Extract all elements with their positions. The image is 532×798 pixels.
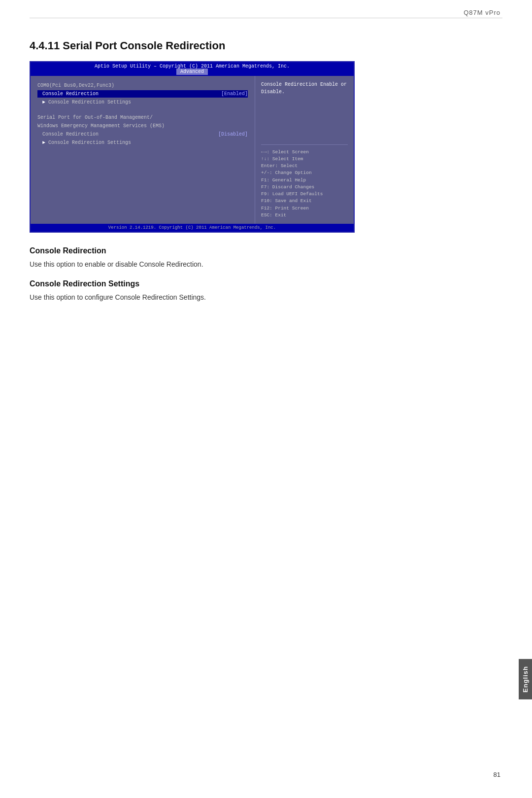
- bios-console-redirection-value: [Enabled]: [221, 90, 248, 98]
- bios-help-text: Console Redirection Enable orDisable.: [261, 81, 348, 96]
- section-heading: 4.4.11 Serial Port Console Redirection: [30, 39, 502, 52]
- bios-key-f9: F9: Load UEFI Defaults: [261, 191, 348, 198]
- bios-key-f10: F10: Save and Exit: [261, 198, 348, 205]
- bios-arrow-icon-1: ►: [42, 100, 48, 105]
- bios-console-redirection-ems-row: Console Redirection [Disabled]: [42, 131, 248, 138]
- brand-name: Q87M vPro: [464, 9, 500, 16]
- bios-key-select-item: ↑↓: Select Item: [261, 156, 348, 163]
- top-rule: [30, 18, 502, 18]
- console-redirection-settings-heading: Console Redirection Settings: [30, 279, 502, 288]
- console-redirection-description: Use this option to enable or disable Con…: [30, 259, 502, 270]
- bios-arrow-icon-2: ►: [42, 140, 48, 145]
- bios-com0-header: COM0(Pci Bus0,Dev22,Func3): [37, 82, 248, 89]
- bios-console-redirection-settings-item: ► Console Redirection Settings: [37, 99, 248, 106]
- bios-key-help: ←→: Select Screen ↑↓: Select Item Enter:…: [261, 144, 348, 219]
- bios-key-change: +/-: Change Option: [261, 170, 348, 176]
- bios-right-panel: Console Redirection Enable orDisable. ←→…: [255, 76, 354, 224]
- bios-title-bar: Aptio Setup Utility – Copyright (C) 2011…: [31, 62, 354, 76]
- bios-footer: Version 2.14.1219. Copyright (C) 2011 Am…: [31, 224, 354, 232]
- page-number: 81: [494, 771, 500, 778]
- bios-console-redirection-ems-label: Console Redirection: [42, 131, 99, 138]
- console-redirection-heading: Console Redirection: [30, 246, 502, 255]
- bios-key-f12: F12: Print Screen: [261, 205, 348, 212]
- bios-key-enter: Enter: Select: [261, 163, 348, 170]
- bios-console-redirection-row: Console Redirection [Enabled]: [42, 90, 248, 98]
- english-tab: English: [519, 659, 532, 699]
- bios-serial-port-header-2: Windows Emergency Management Services (E…: [37, 122, 248, 130]
- bios-console-redirection-ems-item: Console Redirection [Disabled]: [37, 131, 248, 138]
- bios-console-redirection-ems-value: [Disabled]: [218, 131, 248, 138]
- console-redirection-settings-description: Use this option to configure Console Red…: [30, 292, 502, 303]
- bios-console-redirection-label: Console Redirection: [42, 90, 99, 98]
- bios-left-panel: COM0(Pci Bus0,Dev22,Func3) Console Redir…: [31, 76, 255, 224]
- bios-tab-label: Advanced: [176, 69, 208, 75]
- bios-console-redirection-item: Console Redirection [Enabled]: [37, 90, 248, 98]
- bios-key-f1: F1: General Help: [261, 177, 348, 184]
- bios-console-redirection-settings-item-2: ► Console Redirection Settings: [37, 139, 248, 146]
- bios-key-select-screen: ←→: Select Screen: [261, 149, 348, 156]
- bios-console-redirection-settings-label-1: Console Redirection Settings: [48, 100, 131, 105]
- bios-section-gap: [37, 107, 248, 114]
- bios-body: COM0(Pci Bus0,Dev22,Func3) Console Redir…: [31, 76, 354, 224]
- bios-key-f7: F7: Discard Changes: [261, 184, 348, 191]
- bios-key-esc: ESC: Exit: [261, 212, 348, 219]
- main-content: 4.4.11 Serial Port Console Redirection A…: [30, 39, 502, 312]
- bios-screenshot: Aptio Setup Utility – Copyright (C) 2011…: [30, 61, 355, 233]
- bios-serial-port-header-1: Serial Port for Out-of-Band Management/: [37, 114, 248, 121]
- bios-console-redirection-settings-label-2: Console Redirection Settings: [48, 140, 131, 145]
